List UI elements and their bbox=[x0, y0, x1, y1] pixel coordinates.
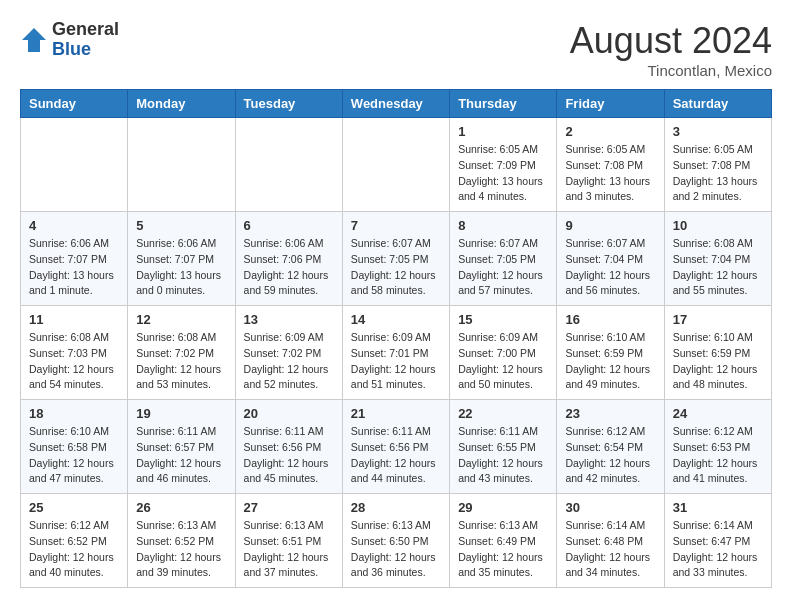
calendar-cell: 22Sunrise: 6:11 AM Sunset: 6:55 PM Dayli… bbox=[450, 400, 557, 494]
weekday-header-friday: Friday bbox=[557, 90, 664, 118]
day-info: Sunrise: 6:05 AM Sunset: 7:09 PM Dayligh… bbox=[458, 142, 548, 205]
day-info: Sunrise: 6:05 AM Sunset: 7:08 PM Dayligh… bbox=[673, 142, 763, 205]
day-number: 4 bbox=[29, 218, 119, 233]
day-number: 16 bbox=[565, 312, 655, 327]
location: Tincontlan, Mexico bbox=[570, 62, 772, 79]
weekday-header-wednesday: Wednesday bbox=[342, 90, 449, 118]
day-info: Sunrise: 6:05 AM Sunset: 7:08 PM Dayligh… bbox=[565, 142, 655, 205]
day-number: 29 bbox=[458, 500, 548, 515]
day-number: 3 bbox=[673, 124, 763, 139]
calendar-cell: 13Sunrise: 6:09 AM Sunset: 7:02 PM Dayli… bbox=[235, 306, 342, 400]
calendar-cell: 19Sunrise: 6:11 AM Sunset: 6:57 PM Dayli… bbox=[128, 400, 235, 494]
calendar-cell: 7Sunrise: 6:07 AM Sunset: 7:05 PM Daylig… bbox=[342, 212, 449, 306]
day-info: Sunrise: 6:11 AM Sunset: 6:57 PM Dayligh… bbox=[136, 424, 226, 487]
calendar-cell bbox=[342, 118, 449, 212]
calendar-cell: 23Sunrise: 6:12 AM Sunset: 6:54 PM Dayli… bbox=[557, 400, 664, 494]
day-number: 28 bbox=[351, 500, 441, 515]
calendar-cell: 21Sunrise: 6:11 AM Sunset: 6:56 PM Dayli… bbox=[342, 400, 449, 494]
day-info: Sunrise: 6:06 AM Sunset: 7:06 PM Dayligh… bbox=[244, 236, 334, 299]
day-info: Sunrise: 6:12 AM Sunset: 6:52 PM Dayligh… bbox=[29, 518, 119, 581]
day-info: Sunrise: 6:11 AM Sunset: 6:56 PM Dayligh… bbox=[244, 424, 334, 487]
day-info: Sunrise: 6:12 AM Sunset: 6:53 PM Dayligh… bbox=[673, 424, 763, 487]
week-row-2: 4Sunrise: 6:06 AM Sunset: 7:07 PM Daylig… bbox=[21, 212, 772, 306]
calendar-cell: 17Sunrise: 6:10 AM Sunset: 6:59 PM Dayli… bbox=[664, 306, 771, 400]
calendar-cell: 12Sunrise: 6:08 AM Sunset: 7:02 PM Dayli… bbox=[128, 306, 235, 400]
calendar-cell: 31Sunrise: 6:14 AM Sunset: 6:47 PM Dayli… bbox=[664, 494, 771, 588]
day-info: Sunrise: 6:11 AM Sunset: 6:55 PM Dayligh… bbox=[458, 424, 548, 487]
day-number: 31 bbox=[673, 500, 763, 515]
day-info: Sunrise: 6:10 AM Sunset: 6:59 PM Dayligh… bbox=[565, 330, 655, 393]
day-info: Sunrise: 6:12 AM Sunset: 6:54 PM Dayligh… bbox=[565, 424, 655, 487]
calendar-table: SundayMondayTuesdayWednesdayThursdayFrid… bbox=[20, 89, 772, 588]
calendar-cell bbox=[235, 118, 342, 212]
calendar-cell: 11Sunrise: 6:08 AM Sunset: 7:03 PM Dayli… bbox=[21, 306, 128, 400]
day-info: Sunrise: 6:14 AM Sunset: 6:47 PM Dayligh… bbox=[673, 518, 763, 581]
day-number: 18 bbox=[29, 406, 119, 421]
day-info: Sunrise: 6:09 AM Sunset: 7:01 PM Dayligh… bbox=[351, 330, 441, 393]
weekday-header-saturday: Saturday bbox=[664, 90, 771, 118]
day-number: 12 bbox=[136, 312, 226, 327]
calendar-cell: 8Sunrise: 6:07 AM Sunset: 7:05 PM Daylig… bbox=[450, 212, 557, 306]
day-number: 5 bbox=[136, 218, 226, 233]
day-info: Sunrise: 6:08 AM Sunset: 7:02 PM Dayligh… bbox=[136, 330, 226, 393]
day-number: 14 bbox=[351, 312, 441, 327]
day-number: 27 bbox=[244, 500, 334, 515]
day-info: Sunrise: 6:13 AM Sunset: 6:51 PM Dayligh… bbox=[244, 518, 334, 581]
day-number: 26 bbox=[136, 500, 226, 515]
calendar-cell: 20Sunrise: 6:11 AM Sunset: 6:56 PM Dayli… bbox=[235, 400, 342, 494]
week-row-1: 1Sunrise: 6:05 AM Sunset: 7:09 PM Daylig… bbox=[21, 118, 772, 212]
calendar-cell: 9Sunrise: 6:07 AM Sunset: 7:04 PM Daylig… bbox=[557, 212, 664, 306]
month-year: August 2024 bbox=[570, 20, 772, 62]
logo: General Blue bbox=[20, 20, 119, 60]
day-info: Sunrise: 6:08 AM Sunset: 7:03 PM Dayligh… bbox=[29, 330, 119, 393]
logo-text: General Blue bbox=[52, 20, 119, 60]
calendar-cell: 16Sunrise: 6:10 AM Sunset: 6:59 PM Dayli… bbox=[557, 306, 664, 400]
calendar-cell: 15Sunrise: 6:09 AM Sunset: 7:00 PM Dayli… bbox=[450, 306, 557, 400]
calendar-cell: 28Sunrise: 6:13 AM Sunset: 6:50 PM Dayli… bbox=[342, 494, 449, 588]
day-number: 23 bbox=[565, 406, 655, 421]
calendar-cell: 1Sunrise: 6:05 AM Sunset: 7:09 PM Daylig… bbox=[450, 118, 557, 212]
calendar-cell bbox=[128, 118, 235, 212]
day-number: 15 bbox=[458, 312, 548, 327]
day-info: Sunrise: 6:09 AM Sunset: 7:00 PM Dayligh… bbox=[458, 330, 548, 393]
calendar-cell: 4Sunrise: 6:06 AM Sunset: 7:07 PM Daylig… bbox=[21, 212, 128, 306]
calendar-cell: 26Sunrise: 6:13 AM Sunset: 6:52 PM Dayli… bbox=[128, 494, 235, 588]
day-info: Sunrise: 6:07 AM Sunset: 7:04 PM Dayligh… bbox=[565, 236, 655, 299]
day-info: Sunrise: 6:09 AM Sunset: 7:02 PM Dayligh… bbox=[244, 330, 334, 393]
calendar-cell: 27Sunrise: 6:13 AM Sunset: 6:51 PM Dayli… bbox=[235, 494, 342, 588]
calendar-cell: 6Sunrise: 6:06 AM Sunset: 7:06 PM Daylig… bbox=[235, 212, 342, 306]
day-info: Sunrise: 6:13 AM Sunset: 6:49 PM Dayligh… bbox=[458, 518, 548, 581]
week-row-3: 11Sunrise: 6:08 AM Sunset: 7:03 PM Dayli… bbox=[21, 306, 772, 400]
weekday-header-tuesday: Tuesday bbox=[235, 90, 342, 118]
day-number: 22 bbox=[458, 406, 548, 421]
day-info: Sunrise: 6:07 AM Sunset: 7:05 PM Dayligh… bbox=[458, 236, 548, 299]
day-info: Sunrise: 6:13 AM Sunset: 6:52 PM Dayligh… bbox=[136, 518, 226, 581]
day-number: 30 bbox=[565, 500, 655, 515]
day-number: 13 bbox=[244, 312, 334, 327]
calendar-cell: 25Sunrise: 6:12 AM Sunset: 6:52 PM Dayli… bbox=[21, 494, 128, 588]
title-block: August 2024 Tincontlan, Mexico bbox=[570, 20, 772, 79]
day-number: 2 bbox=[565, 124, 655, 139]
week-row-5: 25Sunrise: 6:12 AM Sunset: 6:52 PM Dayli… bbox=[21, 494, 772, 588]
day-info: Sunrise: 6:11 AM Sunset: 6:56 PM Dayligh… bbox=[351, 424, 441, 487]
day-number: 6 bbox=[244, 218, 334, 233]
weekday-header-thursday: Thursday bbox=[450, 90, 557, 118]
day-number: 24 bbox=[673, 406, 763, 421]
calendar-cell: 14Sunrise: 6:09 AM Sunset: 7:01 PM Dayli… bbox=[342, 306, 449, 400]
page-header: General Blue August 2024 Tincontlan, Mex… bbox=[20, 20, 772, 79]
svg-marker-0 bbox=[22, 28, 46, 52]
calendar-cell: 30Sunrise: 6:14 AM Sunset: 6:48 PM Dayli… bbox=[557, 494, 664, 588]
day-number: 8 bbox=[458, 218, 548, 233]
calendar-cell: 5Sunrise: 6:06 AM Sunset: 7:07 PM Daylig… bbox=[128, 212, 235, 306]
day-number: 1 bbox=[458, 124, 548, 139]
day-info: Sunrise: 6:06 AM Sunset: 7:07 PM Dayligh… bbox=[29, 236, 119, 299]
calendar-cell: 3Sunrise: 6:05 AM Sunset: 7:08 PM Daylig… bbox=[664, 118, 771, 212]
calendar-cell: 24Sunrise: 6:12 AM Sunset: 6:53 PM Dayli… bbox=[664, 400, 771, 494]
day-info: Sunrise: 6:10 AM Sunset: 6:58 PM Dayligh… bbox=[29, 424, 119, 487]
day-info: Sunrise: 6:13 AM Sunset: 6:50 PM Dayligh… bbox=[351, 518, 441, 581]
day-info: Sunrise: 6:08 AM Sunset: 7:04 PM Dayligh… bbox=[673, 236, 763, 299]
day-number: 20 bbox=[244, 406, 334, 421]
day-number: 17 bbox=[673, 312, 763, 327]
day-number: 7 bbox=[351, 218, 441, 233]
calendar-cell: 10Sunrise: 6:08 AM Sunset: 7:04 PM Dayli… bbox=[664, 212, 771, 306]
